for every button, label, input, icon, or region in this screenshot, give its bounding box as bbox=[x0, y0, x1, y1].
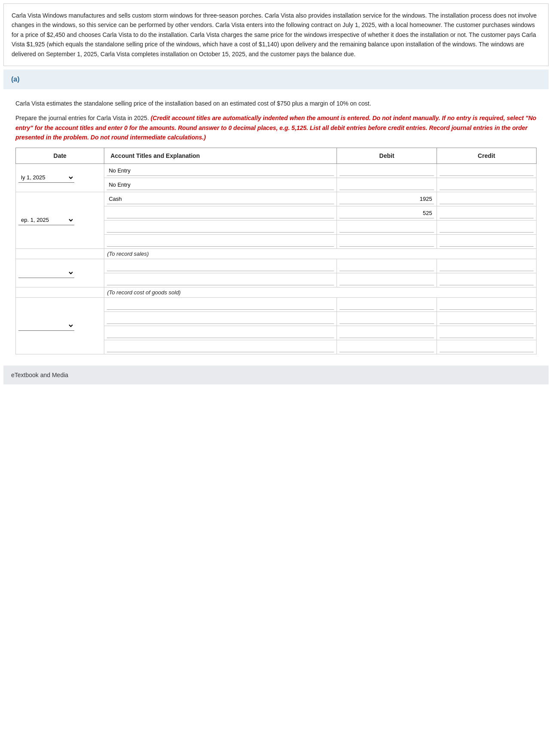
credit-input-2c[interactable] bbox=[440, 222, 534, 233]
account-cell[interactable] bbox=[104, 297, 337, 311]
table-row: Sep. 1, 2025 bbox=[16, 259, 537, 273]
credit-input-1a[interactable] bbox=[440, 166, 534, 176]
debit-cell[interactable] bbox=[337, 259, 437, 273]
prepare-label: Prepare the journal entries for Carla Vi… bbox=[15, 113, 537, 142]
debit-input-4c[interactable] bbox=[340, 328, 434, 338]
credit-cell[interactable] bbox=[437, 178, 536, 192]
note-date-cell bbox=[16, 287, 104, 297]
date-select-4[interactable]: Oct. 15, 2025 bbox=[18, 321, 74, 331]
account-input-4c[interactable] bbox=[107, 328, 334, 338]
note-sales: (To record sales) bbox=[104, 248, 537, 259]
instruction-text: (Credit account titles are automatically… bbox=[15, 115, 536, 141]
col-account: Account Titles and Explanation bbox=[104, 148, 337, 163]
date-select-2[interactable]: ep. 1, 2025 Sep. 1, 2025 bbox=[18, 215, 74, 225]
journal-table: Date Account Titles and Explanation Debi… bbox=[15, 148, 537, 354]
debit-cell[interactable] bbox=[337, 311, 437, 326]
credit-input-4d[interactable] bbox=[440, 342, 534, 352]
credit-input-2d[interactable] bbox=[440, 236, 534, 247]
table-row: Oct. 15, 2025 bbox=[16, 297, 537, 311]
date-cell-3: Sep. 1, 2025 bbox=[16, 259, 104, 287]
debit-cell[interactable] bbox=[337, 163, 437, 178]
account-input-3a[interactable] bbox=[107, 261, 334, 271]
account-cell[interactable] bbox=[104, 220, 337, 234]
debit-cell[interactable] bbox=[337, 273, 437, 287]
account-input-1a[interactable] bbox=[107, 166, 334, 176]
account-cell[interactable] bbox=[104, 163, 337, 178]
account-input-4a[interactable] bbox=[107, 299, 334, 310]
credit-cell[interactable] bbox=[437, 273, 536, 287]
account-input-2d[interactable] bbox=[107, 236, 334, 247]
debit-cell[interactable] bbox=[337, 192, 437, 206]
col-date: Date bbox=[16, 148, 104, 163]
credit-cell[interactable] bbox=[437, 163, 536, 178]
credit-input-4c[interactable] bbox=[440, 328, 534, 338]
account-cell[interactable] bbox=[104, 340, 337, 354]
credit-input-2a[interactable] bbox=[440, 194, 534, 204]
footer-bar: eTextbook and Media bbox=[3, 366, 549, 384]
account-input-1b[interactable] bbox=[107, 180, 334, 190]
account-input-4d[interactable] bbox=[107, 342, 334, 352]
part-label: (a) bbox=[11, 76, 20, 83]
credit-input-1b[interactable] bbox=[440, 180, 534, 190]
account-input-2a[interactable] bbox=[107, 194, 334, 204]
debit-cell[interactable] bbox=[337, 206, 437, 220]
debit-cell[interactable] bbox=[337, 178, 437, 192]
note-date-cell bbox=[16, 248, 104, 259]
debit-input-4d[interactable] bbox=[340, 342, 434, 352]
debit-input-1b[interactable] bbox=[340, 180, 434, 190]
part-header: (a) bbox=[3, 70, 549, 89]
table-row: ep. 1, 2025 Sep. 1, 2025 bbox=[16, 192, 537, 206]
debit-input-4a[interactable] bbox=[340, 299, 434, 310]
credit-cell[interactable] bbox=[437, 206, 536, 220]
note-row: (To record sales) bbox=[16, 248, 537, 259]
credit-cell[interactable] bbox=[437, 259, 536, 273]
footer-label: eTextbook and Media bbox=[11, 372, 68, 378]
debit-cell[interactable] bbox=[337, 297, 437, 311]
note-row: (To record cost of goods sold) bbox=[16, 287, 537, 297]
debit-cell[interactable] bbox=[337, 326, 437, 340]
date-cell-2: ep. 1, 2025 Sep. 1, 2025 bbox=[16, 192, 104, 248]
credit-cell[interactable] bbox=[437, 297, 536, 311]
account-cell[interactable] bbox=[104, 326, 337, 340]
debit-input-3b[interactable] bbox=[340, 275, 434, 285]
debit-input-4b[interactable] bbox=[340, 314, 434, 324]
date-select-3[interactable]: Sep. 1, 2025 bbox=[18, 268, 74, 278]
credit-cell[interactable] bbox=[437, 326, 536, 340]
account-input-4b[interactable] bbox=[107, 314, 334, 324]
account-cell[interactable] bbox=[104, 234, 337, 248]
credit-input-4b[interactable] bbox=[440, 314, 534, 324]
account-cell[interactable] bbox=[104, 178, 337, 192]
debit-input-2b[interactable] bbox=[340, 208, 434, 218]
credit-input-4a[interactable] bbox=[440, 299, 534, 310]
credit-input-3b[interactable] bbox=[440, 275, 534, 285]
note-cogs: (To record cost of goods sold) bbox=[104, 287, 537, 297]
account-cell[interactable] bbox=[104, 311, 337, 326]
debit-cell[interactable] bbox=[337, 220, 437, 234]
table-row: ly 1, 2025 July 1, 2025 bbox=[16, 163, 537, 178]
date-select-1[interactable]: ly 1, 2025 July 1, 2025 bbox=[18, 172, 74, 183]
debit-cell[interactable] bbox=[337, 234, 437, 248]
debit-cell[interactable] bbox=[337, 340, 437, 354]
debit-input-1a[interactable] bbox=[340, 166, 434, 176]
account-cell[interactable] bbox=[104, 259, 337, 273]
account-input-2b[interactable] bbox=[107, 208, 334, 218]
debit-input-2a[interactable] bbox=[340, 194, 434, 204]
debit-input-2c[interactable] bbox=[340, 222, 434, 233]
credit-cell[interactable] bbox=[437, 220, 536, 234]
account-cell[interactable] bbox=[104, 206, 337, 220]
credit-input-3a[interactable] bbox=[440, 261, 534, 271]
credit-cell[interactable] bbox=[437, 234, 536, 248]
credit-cell[interactable] bbox=[437, 340, 536, 354]
account-cell[interactable] bbox=[104, 192, 337, 206]
credit-cell[interactable] bbox=[437, 192, 536, 206]
part-description: Carla Vista estimates the standalone sel… bbox=[15, 99, 537, 108]
col-credit: Credit bbox=[437, 148, 536, 163]
intro-section: Carla Vista Windows manufactures and sel… bbox=[3, 3, 549, 66]
debit-input-3a[interactable] bbox=[340, 261, 434, 271]
debit-input-2d[interactable] bbox=[340, 236, 434, 247]
account-input-2c[interactable] bbox=[107, 222, 334, 233]
account-input-3b[interactable] bbox=[107, 275, 334, 285]
credit-cell[interactable] bbox=[437, 311, 536, 326]
credit-input-2b[interactable] bbox=[440, 208, 534, 218]
account-cell[interactable] bbox=[104, 273, 337, 287]
